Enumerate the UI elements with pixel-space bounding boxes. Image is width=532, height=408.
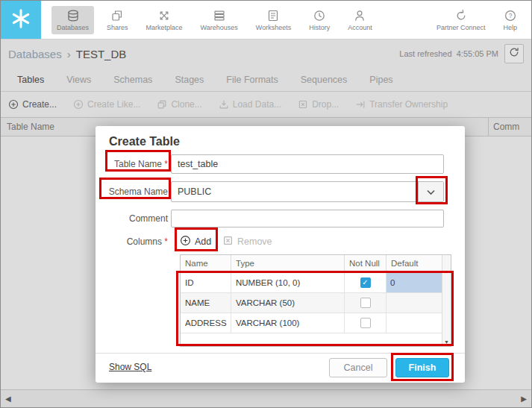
column-default-cell[interactable]: 0: [387, 273, 442, 292]
svg-text:?: ?: [508, 12, 512, 19]
clone-label: Clone...: [171, 99, 201, 110]
scroll-right-icon[interactable]: ▶: [521, 395, 527, 403]
column-row-address: ADDRESS VARCHAR (100): [181, 313, 442, 333]
column-row-name: NAME VARCHAR (50): [181, 293, 442, 313]
nav-label: Worksheets: [256, 24, 291, 31]
nav-item-account[interactable]: Account: [342, 6, 378, 34]
table-actions-toolbar: Create... Create Like... Clone... Load D…: [1, 92, 531, 117]
nav-item-partner-connect[interactable]: Partner Connect: [431, 6, 491, 34]
drop-button[interactable]: Drop...: [298, 99, 339, 110]
create-button[interactable]: Create...: [8, 99, 57, 110]
dialog-footer-divider: [96, 353, 465, 354]
nav-item-history[interactable]: History: [304, 6, 335, 34]
schema-name-value: PUBLIC: [172, 182, 443, 201]
nav-item-help[interactable]: ? Help: [498, 6, 522, 34]
header-name: Name: [181, 255, 231, 272]
databases-icon: [66, 9, 80, 22]
snowflake-icon: [10, 7, 32, 33]
column-type-cell[interactable]: VARCHAR (100): [231, 313, 345, 333]
not-null-checkbox[interactable]: ✓: [360, 277, 371, 288]
tab-stages[interactable]: Stages: [175, 75, 204, 85]
clone-button[interactable]: Clone...: [157, 99, 201, 110]
tab-schemas[interactable]: Schemas: [113, 75, 152, 85]
circle-plus-icon: [8, 99, 19, 110]
column-notnull-cell: ✓: [345, 273, 387, 292]
tab-pipes[interactable]: Pipes: [369, 75, 392, 85]
columns-table-header: Name Type Not Null Default: [181, 255, 442, 273]
table-name-input[interactable]: [171, 154, 444, 174]
nav-label: Marketplace: [146, 24, 183, 31]
add-label: Add: [195, 236, 211, 247]
remove-column-button[interactable]: Remove: [222, 232, 272, 251]
not-null-checkbox[interactable]: [360, 298, 371, 308]
worksheets-icon: [266, 9, 280, 22]
finish-button[interactable]: Finish: [395, 358, 449, 377]
scroll-down-icon[interactable]: ▼: [442, 339, 451, 345]
schema-dropdown-button[interactable]: [418, 182, 443, 201]
column-name-cell[interactable]: NAME: [181, 293, 231, 313]
nav-item-warehouses[interactable]: Warehouses: [195, 6, 243, 34]
pagebar-right: Last refreshed 4:55:05 PM: [399, 44, 524, 63]
column-type-cell[interactable]: VARCHAR (50): [231, 293, 345, 313]
nav-label: History: [309, 24, 330, 31]
comment-label: Comment: [96, 210, 168, 227]
not-null-checkbox[interactable]: [360, 318, 371, 328]
nav-label: Partner Connect: [436, 24, 486, 31]
tab-file-formats[interactable]: File Formats: [226, 75, 278, 85]
refresh-button[interactable]: [504, 44, 524, 63]
cancel-button[interactable]: Cancel: [329, 358, 387, 377]
column-default-cell[interactable]: [387, 313, 442, 333]
tab-views[interactable]: Views: [66, 75, 91, 85]
snowflake-logo[interactable]: [1, 1, 41, 39]
scroll-left-icon[interactable]: ◀: [5, 395, 11, 403]
column-name-cell[interactable]: ID: [181, 273, 231, 292]
columns-label: Columns *: [96, 232, 168, 251]
table-name-label: Table Name *: [96, 154, 168, 174]
load-data-button[interactable]: Load Data...: [219, 99, 281, 110]
nav-item-marketplace[interactable]: Marketplace: [141, 6, 188, 34]
column-default-cell[interactable]: [387, 293, 442, 313]
column-notnull-cell: [345, 313, 387, 333]
nav-label: Warehouses: [201, 24, 238, 31]
tab-tables[interactable]: Tables: [17, 75, 44, 85]
chevron-down-icon: [427, 185, 435, 198]
circle-plus-icon: [180, 235, 191, 248]
columns-table-scrollbar[interactable]: ▼: [442, 255, 451, 346]
transfer-ownership-button[interactable]: Transfer Ownership: [355, 99, 448, 110]
dialog-title: Create Table: [109, 135, 180, 148]
snowflake-app-window: Databases Shares Marketplace Warehouses: [0, 0, 532, 408]
circle-plus-icon: [73, 99, 84, 110]
create-like-button[interactable]: Create Like...: [73, 99, 140, 110]
header-default: Default: [387, 255, 442, 272]
add-column-button[interactable]: Add: [180, 232, 211, 251]
column-header-comment[interactable]: Comm: [488, 118, 531, 136]
load-data-icon: [219, 99, 229, 110]
shares-icon: [110, 9, 124, 22]
column-type-cell[interactable]: NUMBER (10, 0): [231, 273, 345, 292]
transfer-ownership-icon: [355, 99, 366, 110]
last-refreshed-text: Last refreshed 4:55:05 PM: [399, 49, 498, 58]
object-tabs: Tables Views Schemas Stages File Formats…: [1, 68, 531, 92]
transfer-ownership-label: Transfer Ownership: [369, 99, 448, 110]
nav-item-databases[interactable]: Databases: [51, 6, 94, 34]
column-name-cell[interactable]: ADDRESS: [181, 313, 231, 333]
account-icon: [353, 9, 366, 22]
comment-input[interactable]: [171, 210, 444, 227]
load-data-label: Load Data...: [233, 99, 281, 110]
horizontal-scrollbar[interactable]: ◀ ▶: [1, 389, 531, 408]
schema-name-label: Schema Name: [96, 181, 168, 202]
breadcrumb-separator: ›: [67, 48, 71, 60]
show-sql-link[interactable]: Show SQL: [109, 362, 151, 372]
x-square-icon: [298, 99, 308, 110]
nav-item-worksheets[interactable]: Worksheets: [251, 6, 296, 34]
tab-sequences[interactable]: Sequences: [301, 75, 348, 85]
create-table-dialog: Create Table Table Name * Schema Name PU…: [96, 126, 465, 383]
nav-item-shares[interactable]: Shares: [101, 6, 134, 34]
create-like-label: Create Like...: [87, 99, 140, 110]
refresh-icon: [509, 47, 519, 60]
required-asterisk: *: [164, 159, 168, 169]
partner-connect-icon: [454, 9, 468, 22]
nav-label: Databases: [57, 24, 89, 31]
breadcrumb-databases[interactable]: Databases: [8, 48, 62, 60]
schema-name-select[interactable]: PUBLIC: [171, 181, 444, 202]
